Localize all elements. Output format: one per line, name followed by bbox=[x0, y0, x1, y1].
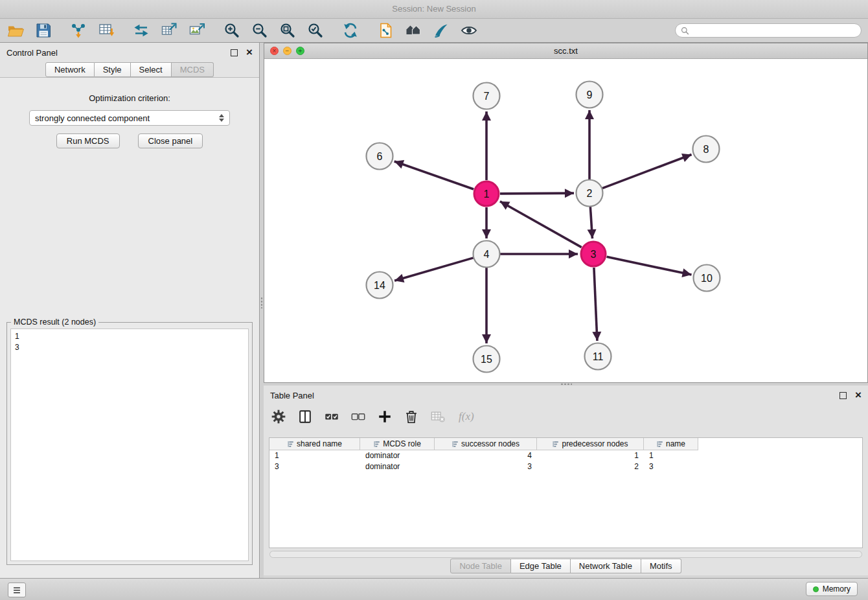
save-button[interactable] bbox=[34, 21, 52, 40]
table-cell[interactable]: 1 bbox=[269, 450, 360, 461]
network-window-title: scc.txt bbox=[554, 46, 578, 56]
tab-style[interactable]: Style bbox=[95, 62, 131, 77]
column-header-MCDS-role[interactable]: MCDS role bbox=[360, 438, 435, 450]
table-panel: Table Panel f(x) shared nameMCDS rolesuc… bbox=[264, 386, 868, 575]
minimize-window-icon[interactable] bbox=[283, 47, 291, 55]
node-10[interactable]: 10 bbox=[694, 265, 720, 292]
table-cell[interactable]: dominator bbox=[360, 450, 435, 461]
optimization-criterion-label: Optimization criterion: bbox=[0, 93, 259, 103]
edge-2-8[interactable] bbox=[602, 154, 692, 188]
edge-3-1[interactable] bbox=[500, 202, 582, 248]
table-header-row: shared nameMCDS rolesuccessor nodesprede… bbox=[269, 438, 862, 450]
close-panel-button[interactable]: Close panel bbox=[138, 133, 203, 148]
network-graph[interactable]: 7968124314101511 bbox=[264, 59, 867, 383]
search-field[interactable] bbox=[675, 23, 862, 38]
table-row[interactable]: 3dominator323 bbox=[269, 461, 862, 472]
node-9[interactable]: 9 bbox=[577, 82, 603, 108]
column-header-name[interactable]: name bbox=[644, 438, 698, 450]
criterion-select[interactable]: strongly connected component bbox=[29, 110, 230, 126]
zoom-fit-button[interactable] bbox=[279, 21, 297, 40]
tab-network[interactable]: Network bbox=[45, 62, 95, 77]
table-cell[interactable]: 1 bbox=[644, 450, 698, 461]
network-canvas[interactable]: 7968124314101511 bbox=[264, 59, 867, 382]
tab-node-table[interactable]: Node Table bbox=[450, 559, 511, 573]
import-network-button[interactable] bbox=[69, 21, 87, 40]
table-cell[interactable]: 3 bbox=[644, 461, 698, 472]
close-table-panel-icon[interactable] bbox=[855, 391, 862, 400]
first-neighbors-button[interactable] bbox=[376, 21, 394, 40]
table-disabled-button[interactable] bbox=[429, 408, 446, 425]
memory-button[interactable]: Memory bbox=[806, 582, 858, 596]
table-cell[interactable]: 3 bbox=[435, 461, 537, 472]
table-cell[interactable]: 4 bbox=[435, 450, 537, 461]
edge-3-10[interactable] bbox=[607, 257, 692, 275]
run-mcds-button[interactable]: Run MCDS bbox=[56, 133, 120, 148]
delete-row-button[interactable] bbox=[403, 408, 420, 425]
home-button[interactable] bbox=[404, 21, 422, 40]
edge-1-6[interactable] bbox=[394, 161, 474, 189]
gear-icon bbox=[271, 409, 286, 424]
node-1[interactable]: 1 bbox=[474, 181, 499, 206]
node-15[interactable]: 15 bbox=[474, 346, 500, 373]
column-header-successor-nodes[interactable]: successor nodes bbox=[435, 438, 537, 450]
export-network-button[interactable] bbox=[132, 21, 150, 40]
node-2[interactable]: 2 bbox=[577, 180, 603, 207]
node-3[interactable]: 3 bbox=[581, 242, 606, 266]
node-4[interactable]: 4 bbox=[474, 241, 500, 268]
table-horizontal-scrollbar[interactable] bbox=[269, 551, 862, 558]
edge-3-11[interactable] bbox=[594, 268, 597, 341]
delete-row-icon bbox=[404, 409, 419, 424]
paint-button[interactable] bbox=[432, 21, 450, 40]
task-history-button[interactable] bbox=[8, 583, 26, 597]
zoom-selected-button[interactable] bbox=[306, 21, 325, 40]
function-builder-button[interactable]: f(x) bbox=[459, 410, 474, 423]
tab-select[interactable]: Select bbox=[131, 62, 172, 77]
column-flag-icon bbox=[656, 441, 663, 448]
column-header-predecessor-nodes[interactable]: predecessor nodes bbox=[537, 438, 644, 450]
zoom-in-button[interactable] bbox=[223, 21, 241, 40]
table-cell[interactable]: 3 bbox=[269, 461, 360, 472]
node-8[interactable]: 8 bbox=[693, 136, 720, 163]
add-row-button[interactable] bbox=[376, 408, 393, 425]
deselect-all-button[interactable] bbox=[350, 408, 367, 425]
zoom-window-icon[interactable] bbox=[296, 47, 304, 55]
tab-mcds[interactable]: MCDS bbox=[172, 62, 214, 77]
table-cell[interactable]: dominator bbox=[360, 461, 435, 472]
select-all-button[interactable] bbox=[323, 408, 340, 425]
save-icon bbox=[35, 22, 52, 39]
float-table-panel-icon[interactable] bbox=[839, 392, 847, 399]
node-7[interactable]: 7 bbox=[474, 83, 500, 110]
column-header-shared-name[interactable]: shared name bbox=[269, 438, 360, 450]
tab-motifs[interactable]: Motifs bbox=[641, 559, 681, 573]
network-window-titlebar[interactable]: scc.txt bbox=[264, 43, 867, 59]
node-6[interactable]: 6 bbox=[367, 143, 393, 170]
edge-1-2[interactable] bbox=[500, 193, 574, 194]
edge-4-14[interactable] bbox=[394, 258, 474, 281]
table-cell[interactable]: 1 bbox=[537, 450, 644, 461]
table-row[interactable]: 1dominator411 bbox=[269, 450, 862, 461]
window-titlebar[interactable]: Session: New Session bbox=[0, 0, 868, 19]
node-label: 9 bbox=[587, 89, 593, 100]
gear-button[interactable] bbox=[270, 408, 287, 425]
search-input[interactable] bbox=[693, 25, 856, 36]
close-window-icon[interactable] bbox=[270, 47, 279, 55]
column-flag-icon bbox=[451, 441, 459, 448]
import-table-button[interactable] bbox=[97, 21, 115, 40]
tab-network-table[interactable]: Network Table bbox=[571, 559, 641, 573]
zoom-out-button[interactable] bbox=[251, 21, 269, 40]
export-image-button[interactable] bbox=[188, 21, 206, 40]
edge-2-3[interactable] bbox=[590, 207, 592, 238]
eye-button[interactable] bbox=[460, 21, 478, 40]
float-panel-icon[interactable] bbox=[231, 49, 238, 56]
close-panel-icon[interactable] bbox=[246, 48, 253, 58]
open-folder-button[interactable] bbox=[6, 21, 25, 40]
node-11[interactable]: 11 bbox=[585, 343, 611, 370]
table-cell[interactable]: 2 bbox=[537, 461, 644, 472]
refresh-button[interactable] bbox=[341, 21, 360, 40]
mcds-result-text[interactable]: 1 3 bbox=[10, 329, 249, 561]
select-all-icon bbox=[324, 409, 339, 424]
export-table-button[interactable] bbox=[160, 21, 178, 40]
split-columns-button[interactable] bbox=[297, 408, 314, 425]
node-14[interactable]: 14 bbox=[367, 272, 393, 299]
tab-edge-table[interactable]: Edge Table bbox=[511, 559, 571, 573]
